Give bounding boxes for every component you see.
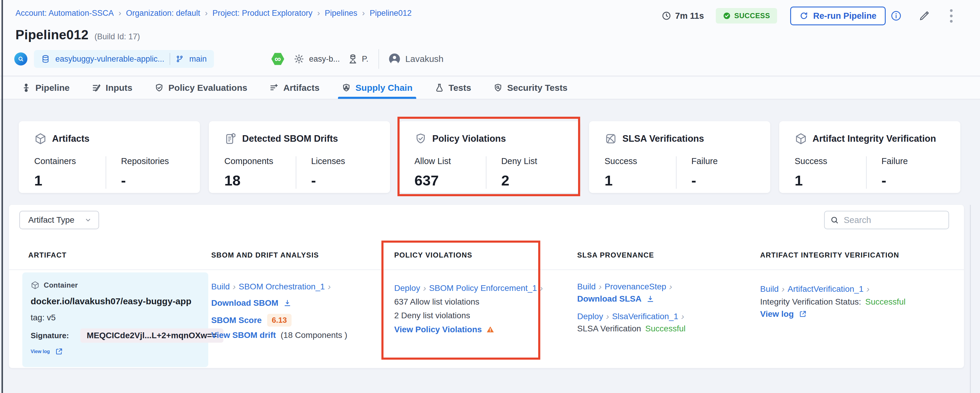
branch-link[interactable]: main <box>189 54 207 64</box>
supply-chain-shield-icon <box>342 83 351 93</box>
chevron-right-icon <box>328 282 331 292</box>
tab-label: Inputs <box>106 83 132 93</box>
view-log-link[interactable]: View log <box>31 349 50 354</box>
view-policy-violations-link[interactable]: View Policy Violations <box>394 325 482 334</box>
breadcrumb-pipeline012[interactable]: Pipeline012 <box>369 9 412 18</box>
sbom-breadcrumb: BuildSBOM Orchestration_1 <box>211 282 331 292</box>
deny-list-violations: 2 Deny list violations <box>394 311 470 320</box>
scrollbar-track[interactable] <box>970 205 971 393</box>
tab-label: Policy Evaluations <box>169 83 247 93</box>
view-sbom-drift-link[interactable]: View SBOM drift <box>211 331 276 340</box>
policy-breadcrumb: DeploySBOM Policy Enforcement_1 <box>394 283 543 293</box>
rerun-pipeline-button[interactable]: Re-run Pipeline <box>790 6 886 25</box>
tab-security-tests[interactable]: Security Tests <box>490 77 571 99</box>
chevron-right-icon <box>423 283 426 293</box>
download-sbom-link[interactable]: Download SBOM <box>211 298 278 308</box>
stat-slsa-success: Success 1 <box>605 156 676 189</box>
stat-integrity-success: Success 1 <box>795 156 866 189</box>
chevron-right-icon <box>205 8 208 18</box>
breadcrumb-organization[interactable]: Organization: default <box>126 9 200 18</box>
chevron-right-icon <box>681 312 684 321</box>
tab-bar: Pipeline Inputs Policy Evaluations Artif… <box>0 77 980 99</box>
user-avatar-icon <box>388 53 401 66</box>
table-row: Container docker.io/lavakush07/easy-bugg… <box>9 272 964 367</box>
stat-allow-list: Allow List 637 <box>414 156 486 189</box>
tab-artifacts[interactable]: Artifacts <box>266 77 323 99</box>
breadcrumb-project[interactable]: Project: Product Exploratory <box>212 9 312 18</box>
stat-licenses: Licenses - <box>296 156 379 189</box>
card-artifacts: Artifacts Containers 1 Repositories - <box>19 121 200 193</box>
artifacts-list-icon <box>269 83 279 93</box>
tab-label: Supply Chain <box>356 83 413 93</box>
download-icon <box>646 295 654 303</box>
stage-link[interactable]: Deploy <box>577 312 603 321</box>
download-icon <box>283 299 291 307</box>
artifact-type-select[interactable]: Artifact Type <box>19 211 99 229</box>
slsa-verification-status: SLSA Verification Successful <box>577 324 686 334</box>
sbom-score-link[interactable]: SBOM Score <box>211 316 262 325</box>
tab-policy-evaluations[interactable]: Policy Evaluations <box>151 77 250 99</box>
download-slsa-link[interactable]: Download SLSA <box>577 294 641 304</box>
tab-inputs[interactable]: Inputs <box>89 77 135 99</box>
search-box <box>824 211 949 229</box>
meta-divider <box>379 49 379 69</box>
repo-pill: easybuggy-vulnerable-applic... main <box>34 50 214 68</box>
chevron-right-icon <box>867 284 870 294</box>
tab-pipeline[interactable]: Pipeline <box>18 77 73 99</box>
signature-label: Signature: <box>31 331 69 340</box>
step-link[interactable]: SBOM Orchestration_1 <box>239 282 325 291</box>
view-log-link[interactable]: View log <box>760 309 794 319</box>
gear-icon <box>294 54 304 64</box>
card-artifact-integrity: Artifact Integrity Verification Success … <box>779 121 960 193</box>
stage-link[interactable]: Deploy <box>394 283 420 293</box>
stage-link[interactable]: Build <box>211 282 230 291</box>
artifact-type: Container <box>31 281 78 290</box>
info-icon[interactable] <box>891 10 902 21</box>
shield-check-icon <box>414 133 427 145</box>
allow-list-violations: 637 Allow list violations <box>394 297 479 307</box>
more-options-icon[interactable] <box>948 8 955 24</box>
verification-status: Successful <box>645 324 686 334</box>
breadcrumb-pipelines[interactable]: Pipelines <box>325 9 357 18</box>
tab-tests[interactable]: Tests <box>432 77 474 99</box>
nav-rail-edge <box>2 0 3 393</box>
step-link[interactable]: SBOM Policy Enforcement_1 <box>429 283 537 293</box>
tab-label: Pipeline <box>35 83 70 93</box>
table-header-row: ARTIFACT SBOM AND DRIFT ANALYSIS POLICY … <box>9 251 964 270</box>
sbom-score: SBOM Score 6.13 <box>211 314 291 327</box>
view-policy-violations: View Policy Violations <box>394 325 495 334</box>
header-controls: 7m 11s SUCCESS Re-run Pipeline <box>661 5 955 26</box>
trigger-abbrev: P. <box>362 54 368 64</box>
integrity-breadcrumb: BuildArtifactVerification_1 <box>760 284 870 294</box>
sbom-document-icon <box>224 133 237 145</box>
pipeline-icon <box>21 83 31 93</box>
rerun-label: Re-run Pipeline <box>813 11 877 21</box>
signature-value[interactable]: MEQCICde2Vjl...L+2+mqnOXw== <box>80 328 223 343</box>
artifact-image-name: docker.io/lavakush07/easy-buggy-app <box>31 296 191 306</box>
chevron-right-icon <box>598 282 601 292</box>
git-branch-icon <box>175 55 184 63</box>
step-link[interactable]: SlsaVerification_1 <box>612 312 678 321</box>
clock-icon <box>661 11 671 21</box>
shield-check-icon <box>154 83 164 93</box>
step-link[interactable]: ProvenanceStep <box>605 282 666 291</box>
repo-link[interactable]: easybuggy-vulnerable-applic... <box>55 54 164 64</box>
col-header-artifact-integrity: ARTIFACT INTEGRITY VERIFICATION <box>760 251 899 259</box>
chevron-right-icon <box>317 8 320 18</box>
harness-status-icon: ∞ <box>271 53 285 66</box>
cube-icon <box>795 133 807 145</box>
artifact-tag: tag: v5 <box>31 313 56 323</box>
stage-link[interactable]: Build <box>760 284 779 294</box>
breadcrumb-account[interactable]: Account: Automation-SSCA <box>16 9 114 18</box>
card-title: Detected SBOM Drifts <box>242 133 338 144</box>
tab-supply-chain[interactable]: Supply Chain <box>339 77 415 99</box>
status-text: SUCCESS <box>734 11 770 20</box>
step-link[interactable]: ArtifactVerification_1 <box>788 284 863 294</box>
search-icon <box>830 216 839 224</box>
artifact-signature: Signature: MEQCICde2Vjl...L+2+mqnOXw== <box>31 328 223 343</box>
sbom-score-badge: 6.13 <box>267 314 292 327</box>
stage-link[interactable]: Build <box>577 282 596 291</box>
edit-pencil-icon[interactable] <box>918 10 930 22</box>
search-input[interactable] <box>844 215 939 225</box>
inputs-icon <box>92 83 101 93</box>
